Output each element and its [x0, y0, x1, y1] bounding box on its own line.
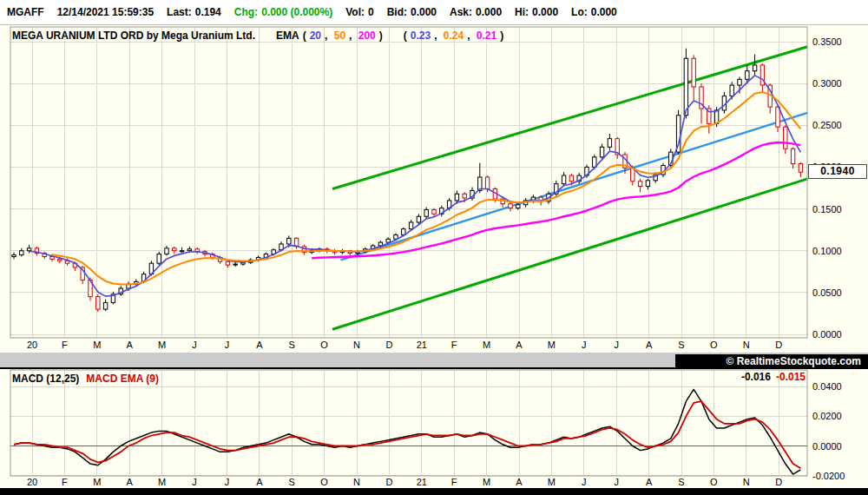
- stock-chart-app: MGAFF 12/14/2021 15:59:35 Last: 0.194 Ch…: [0, 0, 868, 495]
- ema-period-50: 50: [334, 30, 345, 42]
- svg-text:J: J: [225, 340, 230, 350]
- svg-text:O: O: [710, 340, 718, 350]
- quote-header: MGAFF 12/14/2021 15:59:35 Last: 0.194 Ch…: [0, 0, 868, 24]
- last-field: Last: 0.194: [167, 6, 221, 18]
- svg-text:S: S: [678, 477, 684, 487]
- svg-text:D: D: [385, 340, 392, 350]
- ask-label: Ask:: [450, 6, 472, 18]
- instrument-title: MEGA URANIUM LTD ORD by Mega Uranium Ltd…: [12, 30, 255, 42]
- ema-period-20: 20: [310, 30, 321, 42]
- lo-field: Lo: 0.000: [571, 6, 617, 18]
- svg-text:D: D: [385, 477, 392, 487]
- macd-label: MACD (12,25): [12, 373, 79, 385]
- spacer: [386, 30, 400, 42]
- paren: (: [303, 30, 306, 42]
- svg-text:D: D: [775, 340, 782, 350]
- bid-value: 0.000: [411, 6, 437, 18]
- ask-value: 0.000: [476, 6, 502, 18]
- svg-text:20: 20: [27, 340, 37, 350]
- bottom-bar: [0, 488, 868, 495]
- chg-field: Chg: 0.000 (0.000%): [234, 6, 332, 18]
- vol-label: Vol:: [345, 6, 365, 18]
- svg-text:F: F: [451, 477, 457, 487]
- grid: 20FMAMJJASOND21FMAMJJASOND0.35000.30000.…: [10, 27, 842, 350]
- svg-text:A: A: [516, 477, 523, 487]
- svg-text:S: S: [289, 477, 295, 487]
- paren: ): [500, 30, 503, 42]
- svg-text:O: O: [320, 340, 328, 350]
- svg-text:21: 21: [417, 340, 427, 350]
- svg-text:0.0000: 0.0000: [812, 441, 842, 452]
- svg-text:J: J: [614, 340, 619, 350]
- last-value: 0.194: [195, 6, 221, 18]
- paren: (: [404, 30, 407, 42]
- svg-text:A: A: [127, 340, 134, 350]
- svg-text:F: F: [62, 340, 68, 350]
- svg-text:M: M: [158, 340, 166, 350]
- price-chart-canvas[interactable]: 20FMAMJJASOND21FMAMJJASOND0.35000.30000.…: [0, 25, 868, 353]
- svg-text:O: O: [710, 477, 718, 487]
- svg-text:0.1500: 0.1500: [812, 204, 842, 214]
- macd-line: [14, 389, 800, 474]
- svg-text:A: A: [256, 340, 263, 350]
- chart-title-row: MEGA URANIUM LTD ORD by Mega Uranium Ltd…: [12, 30, 503, 42]
- vol-field: Vol: 0: [345, 6, 373, 18]
- svg-text:M: M: [93, 477, 101, 487]
- divider-strip: © RealtimeStockquote.com: [0, 353, 868, 369]
- ema-period-200: 200: [358, 30, 376, 42]
- channel-lower-line: [332, 179, 807, 329]
- svg-text:0.3500: 0.3500: [812, 36, 842, 47]
- svg-text:M: M: [483, 477, 490, 487]
- svg-text:J: J: [582, 477, 587, 487]
- macd-chart-canvas[interactable]: 20FMAMJJASOND21FMAMJJASOND0.04000.02000.…: [0, 369, 868, 488]
- svg-text:20: 20: [27, 477, 37, 487]
- vol-value: 0: [368, 6, 374, 18]
- svg-text:S: S: [678, 340, 684, 350]
- svg-text:M: M: [548, 340, 556, 350]
- chg-label: Chg:: [234, 6, 258, 18]
- comma: ,: [467, 30, 473, 42]
- svg-text:F: F: [62, 477, 68, 487]
- svg-text:0.3000: 0.3000: [812, 78, 842, 89]
- ema-value-200: 0.21: [477, 30, 496, 42]
- svg-text:M: M: [93, 340, 101, 350]
- svg-text:F: F: [451, 340, 457, 350]
- ema-200-line: [312, 142, 800, 258]
- comma: ,: [434, 30, 440, 42]
- ask-field: Ask: 0.000: [450, 6, 502, 18]
- macd-value-row: -0.016 -0.015: [741, 371, 806, 383]
- svg-text:A: A: [646, 477, 653, 487]
- svg-text:21: 21: [417, 477, 427, 487]
- svg-text:0.0400: 0.0400: [812, 381, 842, 392]
- svg-text:M: M: [483, 340, 490, 350]
- svg-text:N: N: [743, 340, 750, 350]
- svg-text:M: M: [548, 477, 556, 487]
- svg-text:J: J: [582, 340, 587, 350]
- bid-field: Bid: 0.000: [387, 6, 437, 18]
- macd-title-row: MACD (12,25) MACD EMA (9): [12, 373, 159, 385]
- svg-text:-0.0200: -0.0200: [812, 471, 845, 481]
- hi-label: Hi:: [515, 6, 529, 18]
- svg-text:A: A: [516, 340, 523, 350]
- svg-text:A: A: [646, 340, 653, 350]
- svg-text:J: J: [614, 477, 619, 487]
- last-price-tag: 0.1940: [808, 164, 867, 179]
- macd-ema-label: MACD EMA (9): [86, 373, 159, 385]
- svg-text:M: M: [158, 477, 166, 487]
- lo-value: 0.000: [591, 6, 617, 18]
- comma: ,: [349, 30, 355, 42]
- svg-text:0.0200: 0.0200: [812, 411, 842, 421]
- ema-50-line: [52, 92, 800, 284]
- ema-value-20: 0.23: [411, 30, 431, 42]
- svg-text:A: A: [256, 477, 263, 487]
- svg-text:N: N: [743, 477, 750, 487]
- symbol: MGAFF: [7, 6, 44, 18]
- spacer: [259, 30, 273, 42]
- trend-lines: [332, 47, 807, 329]
- svg-text:J: J: [225, 477, 230, 487]
- bid-label: Bid:: [387, 6, 407, 18]
- svg-text:A: A: [127, 477, 134, 487]
- comma: ,: [325, 30, 331, 42]
- macd-current-value: -0.016: [741, 371, 771, 383]
- chg-value: 0.000 (0.000%): [261, 6, 332, 18]
